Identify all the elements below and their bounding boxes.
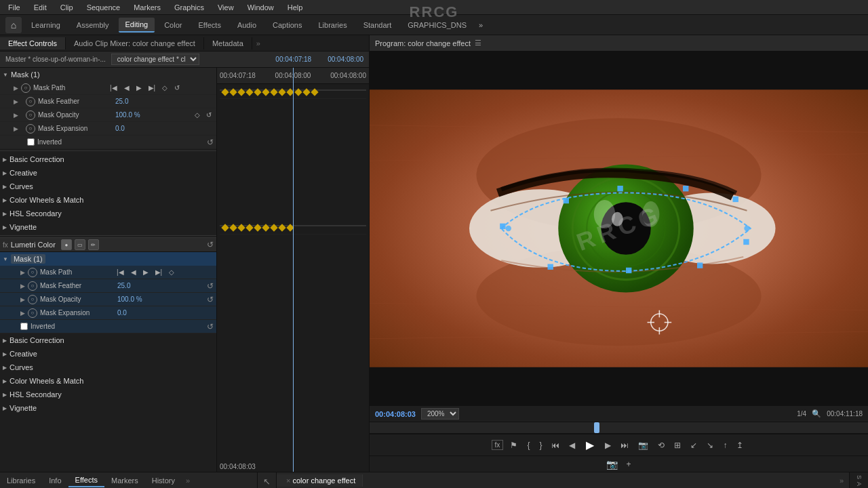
lift-btn[interactable]: ↑ <box>720 439 730 451</box>
tab-audio-clip-mixer[interactable]: Audio Clip Mixer: color change effect <box>66 37 204 49</box>
multi-cam-btn[interactable]: ⊞ <box>671 439 684 451</box>
hsl-secondary-header[interactable]: ▶ HSL Secondary <box>0 207 216 220</box>
loop-btn[interactable]: ⟲ <box>655 439 667 451</box>
ws-tab-audio[interactable]: Audio <box>231 18 263 32</box>
tl-more-btn[interactable]: » <box>834 474 849 487</box>
selection-tool-btn[interactable]: ↖ <box>262 475 272 488</box>
zoom-selector[interactable]: 200% <box>421 408 459 420</box>
basic-correction-header[interactable]: ▶ Basic Correction <box>0 152 216 166</box>
menu-help[interactable]: Help <box>285 2 306 13</box>
prev-keyframe-btn[interactable]: ◀ <box>122 83 132 92</box>
mask2-feather-reset[interactable]: ↺ <box>207 281 214 291</box>
bl-tab-history[interactable]: History <box>145 474 182 487</box>
lumetri-circle-btn[interactable]: ● <box>61 239 72 250</box>
mask-opacity-reset[interactable]: ↺ <box>204 110 214 119</box>
panel-expand-icon[interactable]: » <box>252 37 264 49</box>
mask2-path-controls[interactable]: |◀ ◀ ▶ ▶| ◇ <box>115 268 176 277</box>
clip-selector[interactable]: color change effect * close-u... <box>111 54 199 65</box>
prev-edit-btn[interactable]: ⏮ <box>549 439 562 451</box>
mask1-reset-btn[interactable]: ↺ <box>207 138 214 147</box>
camera-btn[interactable]: 📷 <box>604 458 620 471</box>
mask2-go-start[interactable]: |◀ <box>115 268 126 277</box>
mask2-inverted-checkbox[interactable] <box>20 323 28 330</box>
mask-opacity-controls[interactable]: ◇ ↺ <box>193 110 214 119</box>
mask-path-controls[interactable]: |◀ ◀ ▶ ▶| ◇ ↺ <box>108 83 182 92</box>
menu-view[interactable]: View <box>215 2 237 13</box>
mask2-prev-kf[interactable]: ◀ <box>129 268 138 277</box>
step-fwd-btn[interactable]: ▶ <box>602 439 614 451</box>
play-pause-btn[interactable]: ▶ <box>582 437 598 453</box>
play-btn[interactable]: ▶ <box>134 83 144 92</box>
menu-markers[interactable]: Markers <box>131 2 163 13</box>
program-menu-btn[interactable]: ☰ <box>475 39 481 47</box>
color-wheels-2-header[interactable]: ▶ Color Wheels & Match <box>0 374 216 388</box>
lumetri-rect-btn[interactable]: ▭ <box>75 239 85 250</box>
vignette-2-header[interactable]: ▶ Vignette <box>0 401 216 415</box>
insert-btn[interactable]: ↙ <box>688 439 700 451</box>
creative-header[interactable]: ▶ Creative <box>0 166 216 180</box>
in-point-btn[interactable]: { <box>524 439 532 451</box>
export-frame-btn[interactable]: 📷 <box>635 439 651 451</box>
menu-file[interactable]: File <box>5 2 23 13</box>
go-to-start-btn[interactable]: |◀ <box>108 83 119 92</box>
inverted-checkbox[interactable] <box>27 138 35 146</box>
lumetri-pen-btn[interactable]: ✏ <box>88 239 99 250</box>
tl-tab-sequence[interactable]: × color change effect <box>277 474 363 487</box>
home-button[interactable]: ⌂ <box>5 17 22 33</box>
out-point-btn[interactable]: } <box>536 439 545 451</box>
ws-tab-libraries[interactable]: Libraries <box>311 18 353 32</box>
mask2-add-kf[interactable]: ◇ <box>167 268 176 277</box>
mask2-reset-btn[interactable]: ↺ <box>207 322 214 331</box>
menu-graphics[interactable]: Graphics <box>172 2 207 13</box>
add-marker-btn[interactable]: + <box>623 458 633 470</box>
vignette-header[interactable]: ▶ Vignette <box>0 220 216 234</box>
fx-toggle-btn[interactable]: fx <box>492 440 504 450</box>
timeline-scrubber[interactable] <box>370 422 868 434</box>
hsl-2-header[interactable]: ▶ HSL Secondary <box>0 388 216 401</box>
menu-window[interactable]: Window <box>245 2 277 13</box>
ws-tab-editing[interactable]: Editing <box>119 18 155 33</box>
extract-btn[interactable]: ↥ <box>734 439 746 451</box>
curves-header[interactable]: ▶ Curves <box>0 180 216 193</box>
bl-tab-libraries[interactable]: Libraries <box>0 474 42 487</box>
basic-correction-2-header[interactable]: ▶ Basic Correction <box>0 333 216 347</box>
bl-tab-markers[interactable]: Markers <box>104 474 145 487</box>
step-back-btn[interactable]: ◀ <box>566 439 578 451</box>
ws-tab-effects[interactable]: Effects <box>191 18 227 32</box>
menu-edit[interactable]: Edit <box>31 2 50 13</box>
ws-tab-assembly[interactable]: Assembly <box>70 18 116 32</box>
tl-tab-close[interactable]: × <box>286 476 290 485</box>
menu-clip[interactable]: Clip <box>58 2 76 13</box>
mask-2-header[interactable]: ▼ Mask (1) <box>0 252 216 266</box>
bl-tab-effects[interactable]: Effects <box>68 474 104 487</box>
overwrite-btn[interactable]: ↘ <box>704 439 716 451</box>
tab-effect-controls[interactable]: Effect Controls <box>0 37 66 49</box>
scrubber-head[interactable] <box>594 422 599 433</box>
curves-2-header[interactable]: ▶ Curves <box>0 361 216 374</box>
deinterlace-btn[interactable]: ⚑ <box>507 439 520 451</box>
ws-tab-captions[interactable]: Captions <box>266 18 309 32</box>
add-keyframe-btn[interactable]: ◇ <box>160 83 170 92</box>
menu-sequence[interactable]: Sequence <box>84 2 123 13</box>
reset-btn[interactable]: ↺ <box>172 83 182 92</box>
ws-tab-standart[interactable]: Standart <box>357 18 399 32</box>
ws-tab-graphics-dns[interactable]: GRAPHICS_DNS <box>401 18 473 32</box>
mask-1-header[interactable]: ▼ Mask (1) <box>0 68 216 81</box>
mask2-opacity-reset[interactable]: ↺ <box>207 295 214 304</box>
ws-tab-learning[interactable]: Learning <box>24 18 67 32</box>
mask2-inverted-label[interactable]: Inverted <box>20 323 55 330</box>
bl-tabs-more[interactable]: » <box>182 474 194 487</box>
ws-tab-color[interactable]: Color <box>157 18 189 32</box>
color-wheels-header[interactable]: ▶ Color Wheels & Match <box>0 193 216 207</box>
creative-2-header[interactable]: ▶ Creative <box>0 347 216 361</box>
workspace-more-icon[interactable]: » <box>479 21 483 29</box>
next-edit-btn[interactable]: ⏭ <box>618 439 631 451</box>
mask2-next-kf[interactable]: ▶| <box>153 268 165 277</box>
inverted-label[interactable]: Inverted <box>27 138 62 146</box>
tab-metadata[interactable]: Metadata <box>204 37 252 49</box>
mask2-play[interactable]: ▶ <box>141 268 151 277</box>
mask-opacity-diamond[interactable]: ◇ <box>193 110 202 119</box>
bl-tab-info[interactable]: Info <box>42 474 68 487</box>
next-keyframe-btn[interactable]: ▶| <box>146 83 158 92</box>
lumetri-reset-btn[interactable]: ↺ <box>207 240 214 249</box>
